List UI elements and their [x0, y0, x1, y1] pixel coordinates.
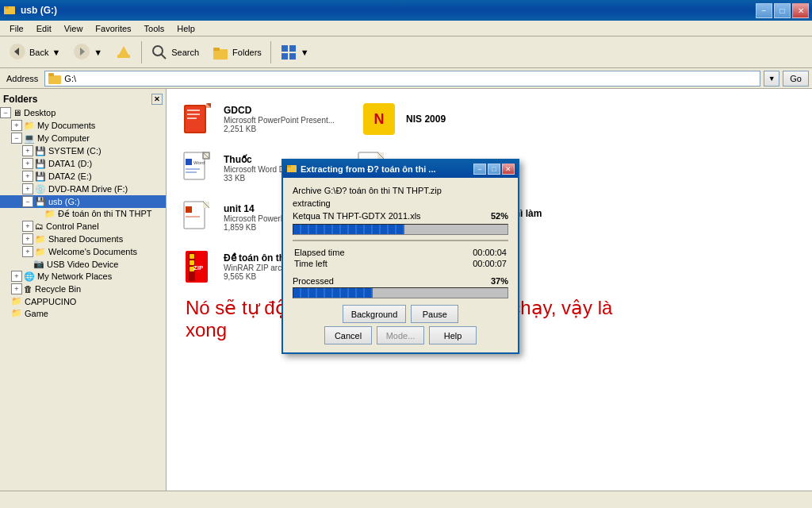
extracting-row: extracting: [293, 198, 508, 208]
sidebar-item-game[interactable]: 📁 Game: [0, 307, 166, 319]
expand-mycomputer[interactable]: −: [11, 133, 22, 144]
svg-text:ZIP: ZIP: [193, 264, 204, 271]
svg-rect-13: [282, 45, 288, 52]
address-value: G:\: [64, 74, 76, 83]
file-nis2009[interactable]: N NIS 2009: [355, 95, 514, 143]
dialog-body: Archive G:\Đ? toán ôn thi TN THPT.zip ex…: [283, 178, 518, 352]
dialog-buttons-1: Background Pause: [293, 305, 508, 323]
nis2009-info: NIS 2009: [406, 114, 509, 125]
sidebar-item-desktop[interactable]: − 🖥 Desktop: [0, 106, 166, 119]
expand-mynetwork[interactable]: +: [11, 271, 22, 282]
mode-button[interactable]: Mode...: [377, 326, 424, 344]
folders-button[interactable]: Folders: [206, 40, 267, 65]
svg-rect-32: [186, 159, 192, 165]
go-button[interactable]: Go: [783, 71, 809, 87]
expand-dvdram[interactable]: +: [22, 183, 33, 194]
sidebar-item-data2e[interactable]: + 💾 DATA2 (E:): [0, 170, 166, 183]
expand-recycle[interactable]: +: [11, 283, 22, 294]
back-button[interactable]: Back ▼: [3, 40, 66, 65]
expand-desktop[interactable]: −: [0, 107, 11, 118]
sidebar-item-data1d[interactable]: + 💾 DATA1 (D:): [0, 157, 166, 170]
dialog-maximize-btn[interactable]: □: [488, 164, 500, 175]
menu-edit[interactable]: Edit: [30, 22, 58, 35]
expand-usbg[interactable]: −: [22, 196, 33, 207]
help-button[interactable]: Help: [429, 326, 477, 344]
svg-rect-16: [289, 53, 296, 60]
welcomedocs-icon: 📁: [35, 247, 46, 257]
sidebar-item-cappucino[interactable]: 📁 CAPPUCINO: [0, 295, 166, 307]
cancel-button[interactable]: Cancel: [324, 326, 372, 344]
forward-button[interactable]: ▼: [67, 40, 108, 65]
systemc-icon: 💾: [35, 146, 46, 156]
sidebar-item-usbvideo[interactable]: 📷 USB Video Device: [0, 258, 166, 270]
filename-row: Ketqua TN THPT-GDTX 2011.xls 52%: [293, 211, 508, 221]
expand-data1d[interactable]: +: [22, 158, 33, 169]
sidebar-label-mydocs: My Documents: [37, 121, 95, 130]
views-button[interactable]: ▼: [274, 40, 315, 65]
mycomputer-icon: 💻: [24, 133, 35, 144]
sidebar-header: Folders ✕: [0, 92, 166, 106]
menu-help[interactable]: Help: [170, 22, 201, 35]
sidebar-label-game: Game: [25, 309, 48, 318]
menu-favorites[interactable]: Favorites: [89, 22, 137, 35]
address-dropdown-btn[interactable]: ▼: [764, 71, 779, 87]
minimize-button[interactable]: −: [756, 3, 772, 18]
svg-rect-23: [187, 117, 197, 119]
svg-marker-8: [119, 46, 128, 55]
forward-dropdown-icon: ▼: [94, 48, 102, 57]
separator-1: [141, 41, 142, 64]
expand-shareddocs[interactable]: +: [22, 233, 33, 244]
status-bar: [0, 491, 812, 508]
controlpanel-icon: 🗂: [35, 221, 44, 231]
data2e-icon: 💾: [35, 171, 46, 182]
background-button[interactable]: Background: [343, 305, 407, 323]
sidebar-item-recycle[interactable]: + 🗑 Recycle Bin: [0, 283, 166, 295]
sidebar-label-cappucino: CAPPUCINO: [25, 297, 76, 306]
sidebar-label-dvdram: DVD-RAM Drive (F:): [48, 184, 128, 194]
dialog-close-btn[interactable]: ✕: [502, 164, 515, 175]
svg-rect-41: [184, 202, 205, 229]
dialog-title-bar: Extracting from Đ? toán ôn thi ... − □ ✕: [283, 160, 518, 178]
processed-progress-bar: [293, 287, 508, 298]
nis2009-name: NIS 2009: [406, 114, 509, 125]
address-bar: Address G:\ ▼ Go: [0, 68, 812, 89]
shareddocs-icon: 📁: [35, 234, 46, 244]
sidebar-close-button[interactable]: ✕: [151, 94, 163, 105]
menu-tools[interactable]: Tools: [138, 22, 171, 35]
sidebar-item-usbg[interactable]: − 💾 usb (G:): [0, 195, 166, 208]
sidebar-item-systemc[interactable]: + 💾 SYSTEM (C:): [0, 144, 166, 157]
sidebar-item-detoan[interactable]: 📁 Đề toán ôn thi TN THPT: [0, 208, 166, 220]
sidebar-item-mydocs[interactable]: + 📁 My Documents: [0, 119, 166, 132]
expand-welcomedocs[interactable]: +: [22, 246, 33, 257]
svg-line-10: [161, 54, 166, 59]
expand-systemc[interactable]: +: [22, 145, 33, 156]
close-button[interactable]: ✕: [792, 3, 809, 18]
sidebar-item-mynetwork[interactable]: + 🌐 My Network Places: [0, 270, 166, 283]
sidebar-item-dvdram[interactable]: + 💿 DVD-RAM Drive (F:): [0, 183, 166, 195]
elapsed-row: Elapsed time 00:00:04: [294, 248, 507, 257]
up-button[interactable]: [109, 40, 138, 65]
usbg-icon: 💾: [35, 197, 46, 207]
dialog-title-text: Extracting from Đ? toán ôn thi ...: [301, 164, 470, 174]
expand-mydocs[interactable]: +: [11, 120, 22, 131]
sidebar-label-controlpanel: Control Panel: [46, 221, 99, 231]
maximize-button[interactable]: □: [774, 3, 791, 18]
file-gdcd[interactable]: GDCD Microsoft PowerPoint Present... 2,2…: [173, 95, 339, 143]
sidebar-item-mycomputer[interactable]: − 💻 My Computer: [0, 132, 166, 144]
back-dropdown-icon: ▼: [52, 48, 60, 57]
svg-rect-45: [186, 216, 200, 217]
menu-view[interactable]: View: [58, 22, 90, 35]
pause-button[interactable]: Pause: [411, 305, 458, 323]
dialog-minimize-btn[interactable]: −: [473, 164, 486, 175]
expand-controlpanel[interactable]: +: [22, 221, 33, 232]
sidebar-item-welcomedocs[interactable]: + 📁 Welcome's Documents: [0, 245, 166, 258]
elapsed-value: 00:00:04: [422, 248, 507, 257]
sidebar-item-controlpanel[interactable]: + 🗂 Control Panel: [0, 220, 166, 233]
expand-data2e[interactable]: +: [22, 171, 33, 182]
svg-rect-12: [213, 48, 220, 51]
svg-rect-17: [48, 75, 61, 84]
search-button[interactable]: Search: [145, 40, 205, 65]
menu-file[interactable]: File: [3, 22, 30, 35]
sidebar-label-recycle: Recycle Bin: [35, 284, 81, 294]
sidebar-item-shareddocs[interactable]: + 📁 Shared Documents: [0, 233, 166, 245]
